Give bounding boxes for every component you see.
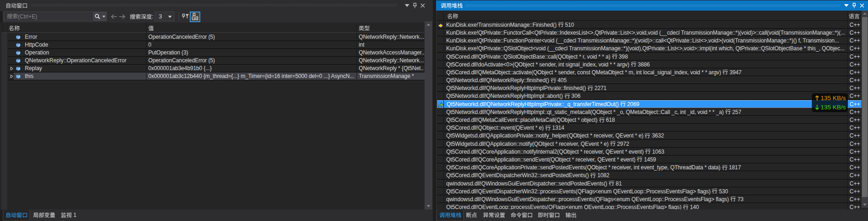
svg-text:ab: ab xyxy=(193,16,197,20)
